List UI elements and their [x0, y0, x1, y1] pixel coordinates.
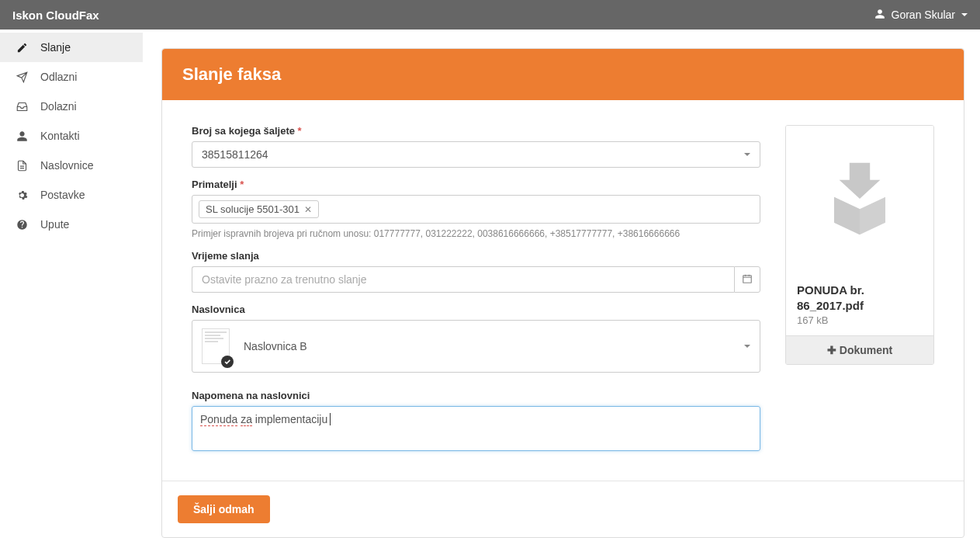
from-number-value: 38515811264	[202, 148, 268, 161]
chevron-down-icon	[961, 13, 968, 16]
document-preview-image	[786, 126, 933, 273]
cover-value: Naslovnica B	[244, 340, 307, 352]
check-circle-icon	[221, 356, 234, 368]
svg-rect-0	[743, 275, 752, 282]
page-title: Slanje faksa	[162, 49, 964, 100]
from-number-select[interactable]: 38515811264	[192, 141, 760, 168]
brand-title: Iskon CloudFax	[12, 9, 99, 22]
cover-note-textarea[interactable]: Ponuda za implementaciju	[192, 406, 760, 451]
sidebar-item-label: Dolazni	[40, 100, 77, 113]
cover-select[interactable]: Naslovnica B	[192, 320, 760, 373]
send-now-button[interactable]: Šalji odmah	[178, 495, 270, 523]
recipients-label: Primatelji *	[192, 179, 760, 190]
send-time-input[interactable]	[192, 266, 734, 293]
recipient-tag: SL solucije 5501-301 ✕	[199, 200, 319, 218]
add-document-button[interactable]: ✚Dokument	[786, 335, 933, 364]
document-name: PONUDA br. 86_2017.pdf	[797, 283, 923, 313]
question-icon	[16, 218, 28, 231]
calendar-icon	[742, 273, 753, 286]
sidebar-item-dolazni[interactable]: Dolazni	[0, 92, 143, 121]
recipient-tag-text: SL solucije 5501-301	[206, 203, 300, 215]
file-text-icon	[16, 159, 28, 172]
chevron-down-icon	[744, 153, 750, 156]
pencil-icon	[16, 41, 28, 54]
sidebar-item-label: Postavke	[40, 189, 85, 201]
sidebar-item-label: Kontakti	[40, 130, 80, 142]
send-time-label: Vrijeme slanja	[192, 250, 760, 262]
from-number-label: Broj sa kojega šaljete *	[192, 125, 760, 137]
sidebar-item-odlazni[interactable]: Odlazni	[0, 62, 143, 92]
sidebar-item-label: Odlazni	[40, 71, 77, 83]
topbar: Iskon CloudFax Goran Skular	[0, 0, 980, 30]
chevron-down-icon	[744, 345, 750, 348]
inbox-icon	[16, 100, 28, 113]
sidebar-item-label: Slanje	[40, 41, 71, 54]
recipients-hint: Primjer ispravnih brojeva pri ručnom uno…	[192, 228, 760, 239]
user-icon	[874, 9, 885, 22]
sidebar-item-slanje[interactable]: Slanje	[0, 33, 143, 62]
document-size: 167 kB	[797, 314, 923, 326]
document-preview: PONUDA br. 86_2017.pdf 167 kB ✚Dokument	[785, 125, 934, 365]
cover-thumbnail	[202, 328, 230, 364]
sidebar: SlanjeOdlazniDolazniKontaktiNaslovnicePo…	[0, 30, 143, 538]
sidebar-item-postavke[interactable]: Postavke	[0, 180, 143, 210]
cover-label: Naslovnica	[192, 304, 760, 315]
sidebar-item-kontakti[interactable]: Kontakti	[0, 121, 143, 151]
sidebar-item-label: Upute	[40, 218, 69, 231]
plus-icon: ✚	[827, 344, 836, 356]
cover-note-label: Napomena na naslovnici	[192, 390, 760, 401]
sidebar-item-upute[interactable]: Upute	[0, 210, 143, 239]
download-box-icon	[817, 156, 902, 244]
username: Goran Skular	[892, 9, 955, 21]
remove-tag-icon[interactable]: ✕	[304, 204, 312, 215]
recipients-input[interactable]: SL solucije 5501-301 ✕	[192, 195, 760, 224]
send-fax-card: Slanje faksa Broj sa kojega šaljete * 38…	[161, 48, 964, 538]
sidebar-item-label: Naslovnice	[40, 159, 93, 172]
calendar-button[interactable]	[734, 266, 760, 293]
user-menu[interactable]: Goran Skular	[874, 9, 968, 22]
paper-plane-icon	[16, 71, 28, 83]
user-icon	[16, 130, 28, 142]
cogs-icon	[16, 189, 28, 201]
sidebar-item-naslovnice[interactable]: Naslovnice	[0, 151, 143, 180]
